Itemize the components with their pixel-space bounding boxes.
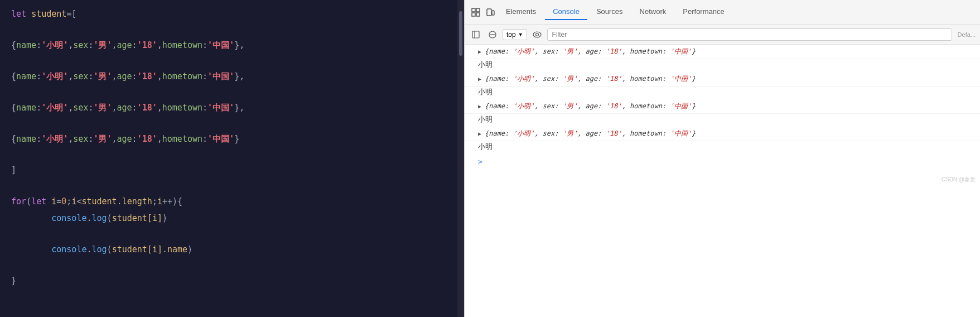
expand-arrow[interactable]: ▶: [478, 49, 481, 55]
code-line-log1: console.log(student[i]): [0, 210, 457, 241]
blank-line: [0, 54, 457, 68]
tab-sources[interactable]: Sources: [588, 4, 631, 20]
code-line-for: for(let i=0;i<student.length;i++){: [0, 193, 457, 210]
obj-line-2: ▶ {name: '小明', sex: '男', age: '18', home…: [478, 74, 976, 84]
blank-line: [0, 85, 457, 99]
svg-rect-1: [476, 8, 480, 12]
svg-rect-4: [487, 9, 491, 16]
obj-line-1: ▶ {name: '小明', sex: '男', age: '18', home…: [478, 47, 976, 56]
csdn-watermark: CSDN @象更: [942, 176, 976, 184]
obj-line-3: ▶ {name: '小明', sex: '男', age: '18', home…: [478, 102, 976, 111]
code-line-2: {name:'小明',sex:'男',age:'18',hometown:'中国…: [0, 37, 457, 54]
default-levels-label: Defa...: [958, 31, 976, 38]
editor-scrollbar[interactable]: [457, 0, 464, 317]
expand-arrow[interactable]: ▶: [478, 131, 481, 137]
blank-line: [0, 147, 457, 162]
console-toolbar: top ▼ Defa...: [465, 25, 980, 45]
svg-point-10: [533, 32, 541, 37]
console-output: ▶ {name: '小明', sex: '男', age: '18', home…: [465, 45, 980, 317]
code-line-1: let student=[: [0, 6, 457, 22]
devtools-panel: Elements Console Sources Network Perform…: [464, 0, 980, 317]
obj-line-4: ▶ {name: '小明', sex: '男', age: '18', home…: [478, 129, 976, 138]
console-name-2: 小明: [465, 87, 980, 99]
devtools-tab-bar: Elements Console Sources Network Perform…: [465, 0, 980, 25]
console-entry-1: ▶ {name: '小明', sex: '男', age: '18', home…: [465, 45, 980, 59]
var-student: student: [31, 7, 66, 21]
chevron-down-icon: ▼: [518, 32, 523, 37]
console-entry-4: ▶ {name: '小明', sex: '男', age: '18', home…: [465, 127, 980, 141]
svg-point-11: [535, 33, 538, 36]
console-prompt[interactable]: >: [465, 154, 980, 169]
tab-elements[interactable]: Elements: [498, 4, 544, 20]
code-editor: let student=[ {name:'小明',sex:'男',age:'18…: [0, 0, 457, 317]
svg-rect-0: [472, 8, 475, 12]
inspect-icon[interactable]: [469, 6, 482, 19]
svg-rect-6: [472, 31, 479, 38]
blank-line: [0, 179, 457, 193]
sidebar-toggle-icon[interactable]: [469, 28, 482, 41]
code-line-3: {name:'小明',sex:'男',age:'18',hometown:'中国…: [0, 68, 457, 85]
code-line-4: {name:'小明',sex:'男',age:'18',hometown:'中国…: [0, 99, 457, 116]
blank-line: [0, 22, 457, 37]
console-name-4: 小明: [465, 141, 980, 154]
code-line-5: {name:'小明',sex:'男',age:'18',hometown:'中国…: [0, 131, 457, 147]
code-line-bracket: ]: [0, 162, 457, 179]
tab-console[interactable]: Console: [545, 4, 587, 20]
code-line-close: }: [0, 272, 457, 289]
console-name-1: 小明: [465, 59, 980, 72]
keyword-let: let: [11, 7, 31, 21]
console-entry-3: ▶ {name: '小明', sex: '男', age: '18', home…: [465, 99, 980, 114]
tab-performance[interactable]: Performance: [675, 4, 732, 20]
console-entry-2: ▶ {name: '小明', sex: '男', age: '18', home…: [465, 72, 980, 87]
console-name-3: 小明: [465, 114, 980, 127]
svg-rect-5: [492, 11, 494, 15]
clear-console-icon[interactable]: [486, 28, 499, 41]
svg-rect-2: [472, 13, 475, 16]
context-selector[interactable]: top ▼: [503, 29, 527, 40]
tab-network[interactable]: Network: [632, 4, 674, 20]
blank-line: [0, 116, 457, 131]
scrollbar-thumb[interactable]: [459, 11, 462, 56]
device-icon[interactable]: [484, 6, 497, 19]
code-line-log2: console.log(student[i].name): [0, 241, 457, 272]
expand-arrow[interactable]: ▶: [478, 103, 481, 109]
filter-input[interactable]: [547, 28, 952, 41]
expand-arrow[interactable]: ▶: [478, 76, 481, 82]
top-label: top: [506, 31, 516, 39]
svg-rect-3: [476, 13, 480, 16]
eye-icon[interactable]: [530, 28, 544, 41]
